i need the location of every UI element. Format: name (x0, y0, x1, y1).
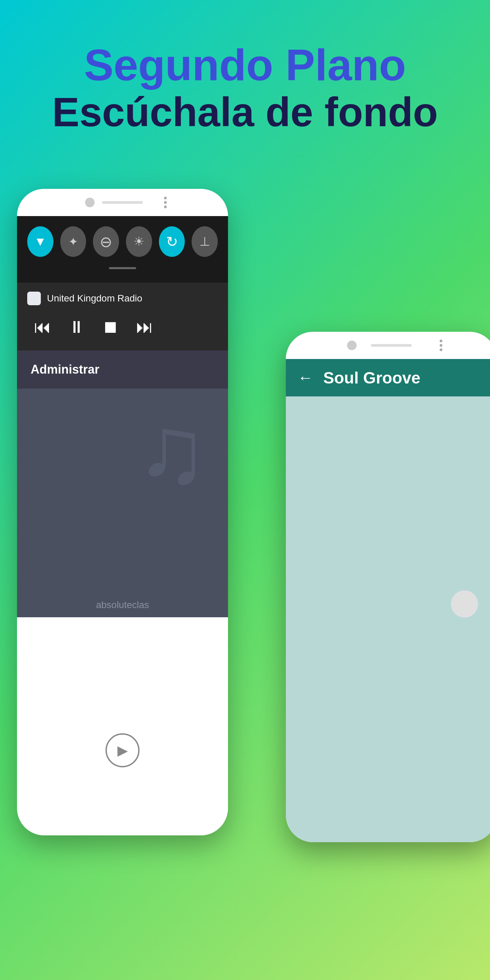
media-notification: United Kingdom Radio ⏮ ⏸ ⏹ ⏭ (17, 283, 228, 350)
url-text-area: absoluteclas (17, 593, 228, 617)
media-app-row: United Kingdom Radio (27, 292, 218, 305)
header-title-blue: Segundo Plano (0, 41, 490, 89)
phone-top-bar-left (17, 189, 228, 216)
soul-groove-header: ← Soul Groove (286, 359, 490, 396)
phone-dots-left (164, 197, 167, 208)
media-app-name: United Kingdom Radio (47, 293, 142, 304)
prev-button[interactable]: ⏮ (34, 317, 51, 337)
sync-icon: ↻ (166, 234, 178, 250)
status-icons-row: ▼ ✦ ⊖ ☀ ↻ (27, 223, 218, 267)
bluetooth-icon-btn[interactable]: ✦ (60, 226, 86, 257)
phone-dot (440, 344, 442, 347)
battery-icon: ⊥ (199, 234, 210, 249)
url-text: absoluteclas (96, 600, 149, 610)
pause-button[interactable]: ⏸ (68, 317, 85, 337)
flashlight-icon-btn[interactable]: ☀ (126, 226, 152, 257)
flashlight-icon: ☀ (134, 234, 144, 249)
play-circle-button[interactable]: ▶ (105, 733, 140, 767)
stop-button[interactable]: ⏹ (102, 317, 119, 337)
header-title-dark: Escúchala de fondo (0, 89, 490, 134)
soul-groove-album-circle (451, 590, 478, 617)
wifi-icon-btn[interactable]: ▼ (27, 226, 53, 257)
soul-groove-title: Soul Groove (323, 369, 485, 387)
phone-left-inner: ▼ ✦ ⊖ ☀ ↻ (17, 189, 228, 835)
phone-dot (164, 197, 167, 199)
phone-dots-right (440, 340, 442, 351)
soul-groove-content (286, 396, 490, 842)
phone-right: ← Soul Groove (286, 332, 490, 842)
phone-left: ▼ ✦ ⊖ ☀ ↻ (17, 189, 228, 835)
notification-panel: ▼ ✦ ⊖ ☀ ↻ (17, 216, 228, 283)
sync-icon-btn[interactable]: ↻ (159, 226, 185, 257)
dnd-icon: ⊖ (100, 233, 112, 250)
next-button[interactable]: ⏭ (136, 317, 153, 337)
phones-container: ▼ ✦ ⊖ ☀ ↻ (0, 162, 490, 910)
header-section: Segundo Plano Escúchala de fondo (0, 0, 490, 162)
manage-label[interactable]: Administrar (30, 363, 99, 377)
manage-row: Administrar (17, 350, 228, 388)
phone-dot (164, 205, 167, 208)
phone-notch-right (371, 344, 412, 347)
camera-left (85, 198, 95, 207)
phone-notch (102, 201, 143, 204)
wifi-icon: ▼ (34, 234, 47, 249)
play-icon: ▶ (118, 743, 128, 758)
phone-top-bar-right (286, 332, 490, 359)
phone-dot (164, 201, 167, 204)
phone-dot (440, 348, 442, 351)
battery-icon-btn[interactable]: ⊥ (192, 226, 218, 257)
camera-right (347, 340, 356, 350)
dnd-icon-btn[interactable]: ⊖ (93, 226, 119, 257)
back-button[interactable]: ← (298, 369, 313, 387)
media-controls: ⏮ ⏸ ⏹ ⏭ (27, 312, 218, 342)
bluetooth-icon: ✦ (68, 235, 78, 248)
media-app-icon (27, 292, 41, 305)
music-bg-area: ♫ (17, 388, 228, 593)
notif-divider (109, 267, 136, 269)
phone-right-inner: ← Soul Groove (286, 332, 490, 842)
music-note-icon: ♫ (136, 395, 208, 504)
phone-dot (440, 340, 442, 342)
